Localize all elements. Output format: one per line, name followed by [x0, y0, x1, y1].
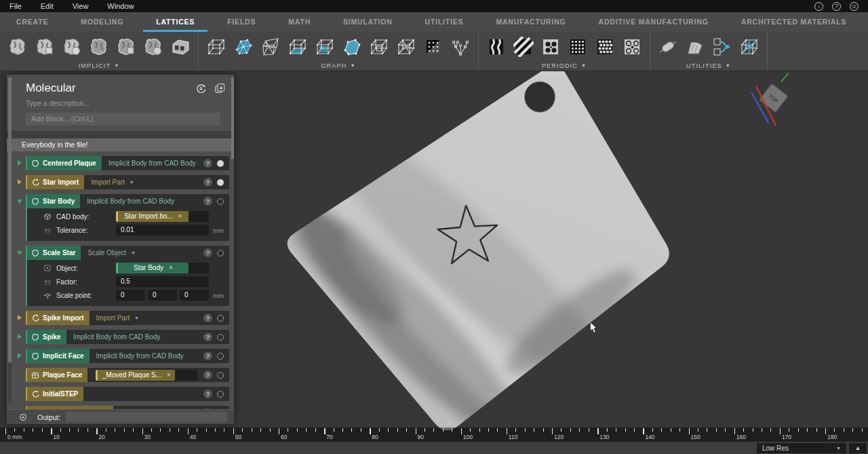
holes-plate-icon[interactable]	[537, 33, 564, 60]
gyroid-cell-icon[interactable]	[618, 33, 646, 60]
help-icon[interactable]: ?	[203, 178, 212, 187]
tab-modeling[interactable]: MODELING	[72, 12, 132, 32]
help-icon[interactable]: ?	[203, 390, 212, 398]
help-icon[interactable]: ?	[203, 159, 212, 168]
frame-inner-box-icon[interactable]	[366, 33, 393, 60]
roller-icon[interactable]	[654, 33, 682, 60]
block-name-chip[interactable]: Spike	[27, 330, 66, 344]
download-icon[interactable]: ↓	[814, 2, 823, 11]
visibility-toggle[interactable]	[217, 353, 224, 360]
graph-surface-icon[interactable]	[230, 33, 257, 60]
visibility-toggle[interactable]	[217, 391, 224, 398]
value-input[interactable]: 0	[148, 290, 177, 301]
wave-stripes-icon[interactable]	[483, 33, 510, 60]
block-star-import[interactable]: Star Import Import Part▼ ?	[26, 175, 229, 189]
remove-chip-icon[interactable]: ×	[167, 370, 171, 381]
block-spike-import[interactable]: Spike Import Import Part▼ ?	[26, 311, 229, 325]
help-icon[interactable]: ?	[203, 352, 212, 360]
toolgroup-label-utilities[interactable]: UTILITIES▼	[654, 60, 763, 71]
help-icon[interactable]: ?	[203, 371, 212, 379]
visibility-toggle[interactable]	[217, 372, 224, 379]
toolgroup-label-periodic[interactable]: PERIODIC▼	[483, 60, 646, 71]
value-input[interactable]: 0.01	[116, 225, 209, 235]
value-field[interactable]: Star Import.bo... ×	[116, 211, 209, 222]
toolgroup-label-implicit[interactable]: IMPLICIT▼	[4, 60, 194, 71]
output-row[interactable]: Output:	[7, 409, 234, 424]
notebook-title[interactable]: Molecular	[26, 81, 76, 95]
merge-bodies-icon[interactable]	[709, 33, 736, 60]
regenerate-icon[interactable]: A	[196, 83, 205, 93]
value-input[interactable]: 0.5	[116, 276, 209, 287]
value-chip[interactable]: _Moved Plaque S... ×	[96, 370, 175, 381]
remove-chip-icon[interactable]: ×	[178, 211, 182, 222]
tab-fields[interactable]: FIELDS	[218, 12, 264, 32]
block-initialstep[interactable]: InitialSTEP ?	[26, 387, 229, 401]
output-field[interactable]	[66, 412, 227, 422]
sample-cube-icon[interactable]	[420, 33, 447, 60]
view-gizmo[interactable]: TOP	[751, 73, 789, 126]
resolution-dropdown[interactable]: Low Res ▼	[757, 443, 846, 453]
wireframe-box-icon[interactable]	[203, 33, 230, 60]
tab-architected-materials[interactable]: ARCHITECTED MATERIALS	[732, 12, 855, 32]
block-name-chip[interactable]: Plaque Face	[27, 368, 87, 382]
block-implicit-face[interactable]: Implicit Face Implicit Body from CAD Bod…	[26, 349, 229, 363]
block-centered-plaque[interactable]: Centered Plaque Implicit Body from CAD B…	[26, 156, 229, 170]
box-blue-face-icon[interactable]	[284, 33, 311, 60]
implicit-outline-icon[interactable]	[85, 33, 113, 60]
plaque-body[interactable]	[256, 71, 669, 442]
graph-volume-icon[interactable]	[338, 33, 366, 60]
menu-window[interactable]: Window	[98, 0, 143, 12]
warp-frame-icon[interactable]	[257, 33, 284, 60]
menu-view[interactable]: View	[63, 0, 98, 12]
chevron-down-icon[interactable]: ▼	[134, 316, 139, 320]
diagonal-stripes-icon[interactable]	[510, 33, 537, 60]
tab-manufacturing[interactable]: MANUFACTURING	[487, 12, 574, 32]
block-name-chip[interactable]: Implicit Face	[27, 349, 90, 363]
visibility-toggle[interactable]	[217, 198, 224, 205]
frame-axes-icon[interactable]	[736, 33, 763, 60]
tab-additive-manufacturing[interactable]: ADDITIVE MANUFACTURING	[590, 12, 717, 32]
value-field[interactable]: _Moved Plaque S... ×	[96, 370, 197, 381]
notebook-note[interactable]: Everybody in the file!	[7, 138, 234, 151]
box-blue-inside-icon[interactable]	[311, 33, 338, 60]
block-name-chip[interactable]: Scale Star	[27, 246, 81, 260]
block-star-body[interactable]: Star Body Implicit Body from CAD Body ? …	[26, 194, 229, 241]
block-scale-star[interactable]: Scale Star Scale Object▼ ? Object: Star …	[26, 246, 229, 306]
visibility-toggle[interactable]	[217, 250, 224, 257]
implicit-outline-box-icon[interactable]	[113, 33, 140, 60]
expand-arrow-icon[interactable]	[18, 334, 22, 339]
notebook-count-icon[interactable]: 4	[215, 83, 224, 93]
description-input[interactable]: Type a description...	[26, 99, 224, 107]
value-input[interactable]: 0	[180, 290, 209, 301]
ramp-wedge-icon[interactable]	[682, 33, 709, 60]
collapse-arrow-icon[interactable]	[17, 251, 22, 255]
dot-array-icon[interactable]	[591, 33, 618, 60]
account-icon[interactable]: ☺	[850, 2, 859, 11]
chevron-down-icon[interactable]: ▼	[130, 180, 134, 185]
implicit-blob-sphere-icon[interactable]	[58, 33, 85, 60]
implicit-blob-icon[interactable]	[4, 33, 31, 60]
panel-scrollbar-left[interactable]	[8, 77, 12, 403]
help-icon[interactable]: ?	[203, 248, 212, 257]
value-chip[interactable]: Star Body ×	[116, 263, 189, 273]
block-name-chip[interactable]: Star Import	[27, 175, 84, 189]
implicit-blob-box-icon[interactable]	[31, 33, 58, 60]
expand-arrow-icon[interactable]	[18, 315, 22, 320]
tree-graph-icon[interactable]	[447, 33, 474, 60]
shell-box-icon[interactable]	[167, 33, 194, 60]
tab-simulation[interactable]: SIMULATION	[334, 12, 401, 32]
block-spike[interactable]: Spike Implicit Body from CAD Body ?	[26, 330, 229, 344]
block-name-chip[interactable]: InitialSTEP	[27, 387, 83, 401]
panel-scrollbar-right[interactable]	[231, 77, 234, 159]
help-icon[interactable]: ?	[203, 197, 212, 206]
toolgroup-label-graph[interactable]: GRAPH▼	[203, 60, 474, 71]
visibility-toggle[interactable]	[217, 160, 224, 167]
visibility-toggle[interactable]	[217, 334, 224, 341]
value-field[interactable]: Star Body ×	[116, 263, 209, 273]
tab-utilities[interactable]: UTILITIES	[416, 12, 473, 32]
panel-expand-button[interactable]: ▲	[849, 443, 867, 453]
block-name-chip[interactable]: Spike Import	[27, 311, 90, 325]
dot-lattice-icon[interactable]	[564, 33, 591, 60]
block-plaque-face[interactable]: Plaque Face _Moved Plaque S... × ?	[26, 368, 229, 382]
collapse-arrow-icon[interactable]	[17, 200, 22, 204]
